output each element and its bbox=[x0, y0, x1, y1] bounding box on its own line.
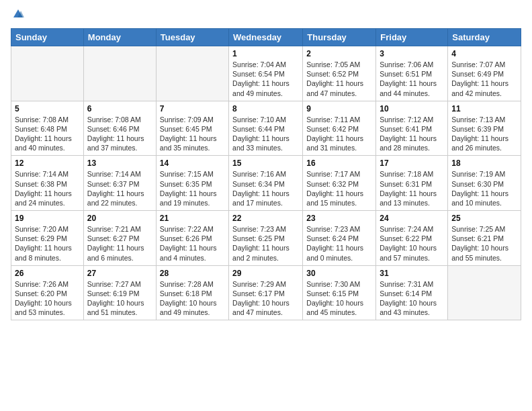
day-cell: 14Sunrise: 7:15 AM Sunset: 6:35 PM Dayli… bbox=[156, 156, 228, 211]
day-cell: 31Sunrise: 7:31 AM Sunset: 6:14 PM Dayli… bbox=[376, 265, 448, 320]
day-cell: 6Sunrise: 7:08 AM Sunset: 6:46 PM Daylig… bbox=[83, 101, 156, 156]
day-info: Sunrise: 7:15 AM Sunset: 6:35 PM Dayligh… bbox=[160, 169, 225, 208]
day-cell: 16Sunrise: 7:17 AM Sunset: 6:32 PM Dayli… bbox=[303, 156, 376, 211]
day-cell: 25Sunrise: 7:25 AM Sunset: 6:21 PM Dayli… bbox=[448, 211, 521, 266]
day-info: Sunrise: 7:31 AM Sunset: 6:14 PM Dayligh… bbox=[380, 279, 444, 318]
day-number: 25 bbox=[451, 214, 517, 223]
logo-icon bbox=[12, 8, 24, 20]
logo bbox=[11, 8, 26, 23]
day-cell: 8Sunrise: 7:10 AM Sunset: 6:44 PM Daylig… bbox=[229, 101, 303, 156]
col-header-friday: Friday bbox=[376, 29, 448, 46]
day-info: Sunrise: 7:06 AM Sunset: 6:51 PM Dayligh… bbox=[380, 60, 444, 98]
day-info: Sunrise: 7:30 AM Sunset: 6:15 PM Dayligh… bbox=[306, 279, 372, 318]
day-cell bbox=[156, 46, 228, 101]
day-info: Sunrise: 7:14 AM Sunset: 6:38 PM Dayligh… bbox=[15, 169, 80, 208]
day-info: Sunrise: 7:20 AM Sunset: 6:29 PM Dayligh… bbox=[15, 224, 80, 263]
day-info: Sunrise: 7:23 AM Sunset: 6:24 PM Dayligh… bbox=[306, 224, 372, 263]
day-info: Sunrise: 7:19 AM Sunset: 6:30 PM Dayligh… bbox=[451, 169, 517, 208]
day-cell: 4Sunrise: 7:07 AM Sunset: 6:49 PM Daylig… bbox=[448, 46, 521, 101]
day-cell bbox=[11, 46, 84, 101]
week-row-5: 26Sunrise: 7:26 AM Sunset: 6:20 PM Dayli… bbox=[11, 265, 521, 320]
day-info: Sunrise: 7:04 AM Sunset: 6:54 PM Dayligh… bbox=[232, 60, 299, 98]
day-number: 20 bbox=[87, 214, 152, 223]
day-info: Sunrise: 7:26 AM Sunset: 6:20 PM Dayligh… bbox=[15, 279, 80, 318]
day-number: 12 bbox=[15, 158, 80, 168]
day-cell: 18Sunrise: 7:19 AM Sunset: 6:30 PM Dayli… bbox=[448, 156, 521, 211]
day-info: Sunrise: 7:12 AM Sunset: 6:41 PM Dayligh… bbox=[380, 115, 444, 153]
col-header-monday: Monday bbox=[83, 29, 156, 46]
day-number: 10 bbox=[380, 104, 444, 113]
day-number: 9 bbox=[306, 104, 372, 113]
day-number: 26 bbox=[15, 269, 80, 278]
day-number: 13 bbox=[87, 158, 152, 168]
day-info: Sunrise: 7:08 AM Sunset: 6:48 PM Dayligh… bbox=[15, 115, 80, 153]
day-number: 3 bbox=[380, 49, 444, 58]
col-header-saturday: Saturday bbox=[448, 29, 521, 46]
day-info: Sunrise: 7:24 AM Sunset: 6:22 PM Dayligh… bbox=[380, 224, 444, 263]
week-row-2: 5Sunrise: 7:08 AM Sunset: 6:48 PM Daylig… bbox=[11, 101, 521, 156]
day-number: 11 bbox=[451, 104, 517, 113]
day-cell: 9Sunrise: 7:11 AM Sunset: 6:42 PM Daylig… bbox=[303, 101, 376, 156]
day-cell: 23Sunrise: 7:23 AM Sunset: 6:24 PM Dayli… bbox=[303, 211, 376, 266]
day-number: 31 bbox=[380, 269, 444, 278]
day-info: Sunrise: 7:07 AM Sunset: 6:49 PM Dayligh… bbox=[451, 60, 517, 98]
day-info: Sunrise: 7:11 AM Sunset: 6:42 PM Dayligh… bbox=[306, 115, 372, 153]
day-cell: 7Sunrise: 7:09 AM Sunset: 6:45 PM Daylig… bbox=[156, 101, 228, 156]
day-cell: 21Sunrise: 7:22 AM Sunset: 6:26 PM Dayli… bbox=[156, 211, 228, 266]
day-number: 17 bbox=[380, 158, 444, 168]
day-cell: 13Sunrise: 7:14 AM Sunset: 6:37 PM Dayli… bbox=[83, 156, 156, 211]
day-cell: 19Sunrise: 7:20 AM Sunset: 6:29 PM Dayli… bbox=[11, 211, 84, 266]
day-number: 14 bbox=[160, 158, 225, 168]
day-number: 29 bbox=[232, 269, 299, 278]
day-info: Sunrise: 7:25 AM Sunset: 6:21 PM Dayligh… bbox=[451, 224, 517, 263]
day-cell bbox=[448, 265, 521, 320]
calendar-table: SundayMondayTuesdayWednesdayThursdayFrid… bbox=[11, 28, 521, 320]
day-number: 5 bbox=[15, 104, 80, 113]
day-number: 23 bbox=[306, 214, 372, 223]
day-cell bbox=[83, 46, 156, 101]
day-info: Sunrise: 7:16 AM Sunset: 6:34 PM Dayligh… bbox=[232, 169, 299, 208]
day-cell: 10Sunrise: 7:12 AM Sunset: 6:41 PM Dayli… bbox=[376, 101, 448, 156]
col-header-tuesday: Tuesday bbox=[156, 29, 228, 46]
day-cell: 29Sunrise: 7:29 AM Sunset: 6:17 PM Dayli… bbox=[229, 265, 303, 320]
day-info: Sunrise: 7:17 AM Sunset: 6:32 PM Dayligh… bbox=[306, 169, 372, 208]
day-cell: 15Sunrise: 7:16 AM Sunset: 6:34 PM Dayli… bbox=[229, 156, 303, 211]
day-cell: 20Sunrise: 7:21 AM Sunset: 6:27 PM Dayli… bbox=[83, 211, 156, 266]
day-number: 7 bbox=[160, 104, 225, 113]
col-header-thursday: Thursday bbox=[303, 29, 376, 46]
day-info: Sunrise: 7:13 AM Sunset: 6:39 PM Dayligh… bbox=[451, 115, 517, 153]
day-cell: 1Sunrise: 7:04 AM Sunset: 6:54 PM Daylig… bbox=[229, 46, 303, 101]
day-number: 1 bbox=[232, 49, 299, 58]
day-number: 2 bbox=[306, 49, 372, 58]
day-info: Sunrise: 7:10 AM Sunset: 6:44 PM Dayligh… bbox=[232, 115, 299, 153]
col-header-sunday: Sunday bbox=[11, 29, 84, 46]
day-cell: 3Sunrise: 7:06 AM Sunset: 6:51 PM Daylig… bbox=[376, 46, 448, 101]
day-number: 21 bbox=[160, 214, 225, 223]
day-info: Sunrise: 7:22 AM Sunset: 6:26 PM Dayligh… bbox=[160, 224, 225, 263]
day-number: 19 bbox=[15, 214, 80, 223]
day-number: 30 bbox=[306, 269, 372, 278]
day-info: Sunrise: 7:05 AM Sunset: 6:52 PM Dayligh… bbox=[306, 60, 372, 98]
day-cell: 11Sunrise: 7:13 AM Sunset: 6:39 PM Dayli… bbox=[448, 101, 521, 156]
week-row-1: 1Sunrise: 7:04 AM Sunset: 6:54 PM Daylig… bbox=[11, 46, 521, 101]
day-info: Sunrise: 7:09 AM Sunset: 6:45 PM Dayligh… bbox=[160, 115, 225, 153]
day-number: 8 bbox=[232, 104, 299, 113]
day-number: 15 bbox=[232, 158, 299, 168]
day-number: 16 bbox=[306, 158, 372, 168]
day-cell: 17Sunrise: 7:18 AM Sunset: 6:31 PM Dayli… bbox=[376, 156, 448, 211]
header bbox=[11, 8, 521, 23]
day-number: 4 bbox=[451, 49, 517, 58]
day-cell: 26Sunrise: 7:26 AM Sunset: 6:20 PM Dayli… bbox=[11, 265, 84, 320]
day-number: 28 bbox=[160, 269, 225, 278]
day-info: Sunrise: 7:29 AM Sunset: 6:17 PM Dayligh… bbox=[232, 279, 299, 318]
day-info: Sunrise: 7:14 AM Sunset: 6:37 PM Dayligh… bbox=[87, 169, 152, 208]
day-cell: 28Sunrise: 7:28 AM Sunset: 6:18 PM Dayli… bbox=[156, 265, 228, 320]
week-row-3: 12Sunrise: 7:14 AM Sunset: 6:38 PM Dayli… bbox=[11, 156, 521, 211]
calendar-header-row: SundayMondayTuesdayWednesdayThursdayFrid… bbox=[11, 29, 521, 46]
day-cell: 12Sunrise: 7:14 AM Sunset: 6:38 PM Dayli… bbox=[11, 156, 84, 211]
day-info: Sunrise: 7:28 AM Sunset: 6:18 PM Dayligh… bbox=[160, 279, 225, 318]
day-cell: 24Sunrise: 7:24 AM Sunset: 6:22 PM Dayli… bbox=[376, 211, 448, 266]
day-info: Sunrise: 7:18 AM Sunset: 6:31 PM Dayligh… bbox=[380, 169, 444, 208]
day-info: Sunrise: 7:21 AM Sunset: 6:27 PM Dayligh… bbox=[87, 224, 152, 263]
day-info: Sunrise: 7:27 AM Sunset: 6:19 PM Dayligh… bbox=[87, 279, 152, 318]
